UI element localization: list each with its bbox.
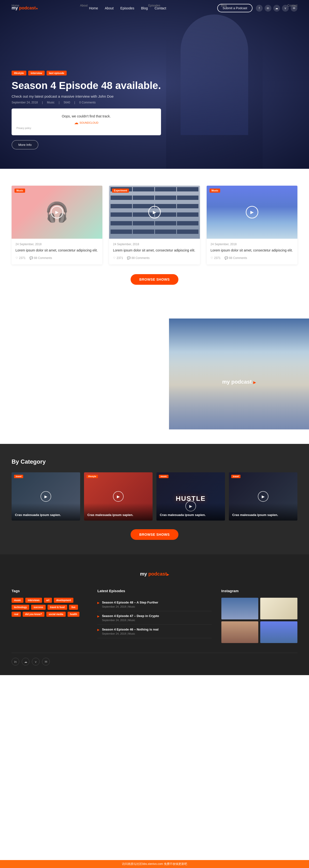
footer: my podcast▶ Tags music interviews art de… bbox=[0, 554, 309, 675]
tag-development[interactable]: development bbox=[54, 598, 74, 603]
hero-content: lifestyle interview last episode Season … bbox=[0, 71, 161, 150]
category-browse-button[interactable]: BROWSE SHOWS bbox=[131, 529, 178, 540]
play-button[interactable]: ▶ bbox=[148, 206, 161, 218]
episode-stats: ♡ 2371 💬 88 Comments bbox=[113, 256, 196, 260]
tag-success[interactable]: success bbox=[31, 605, 46, 610]
soundcloud-logo: ☁ SOUNDCLOUD bbox=[17, 120, 156, 125]
hero-plays: 5640 bbox=[64, 101, 70, 104]
episode-title: Lorem ipsum dolor sit amet, consectetur … bbox=[113, 248, 196, 253]
tag-health[interactable]: health bbox=[67, 612, 79, 617]
cat-play-button[interactable]: ▶ bbox=[40, 491, 51, 502]
tag-interviews[interactable]: interviews bbox=[25, 598, 42, 603]
tag-last-episode: last episode bbox=[47, 71, 67, 75]
footer-instagram-title: Instagram bbox=[221, 589, 298, 593]
tag-art[interactable]: art bbox=[44, 598, 52, 603]
episode-card: Experiment ▶ 24 September, 2018 Lorem ip… bbox=[109, 186, 200, 265]
ep-meta: September 24, 2018 | Music bbox=[102, 605, 158, 608]
soundcloud-embed: Oops, we couldn't find that track. ☁ SOU… bbox=[11, 108, 161, 135]
hero-separator-1: | bbox=[42, 101, 43, 104]
footer-link-about[interactable]: About bbox=[80, 4, 87, 7]
tag-travel-food[interactable]: travel & food bbox=[48, 605, 67, 610]
tag-live[interactable]: live bbox=[69, 605, 78, 610]
episode-info: 24 September, 2018 Lorem ipsum dolor sit… bbox=[109, 239, 200, 265]
footer-soundcloud-icon[interactable]: ☁ bbox=[22, 658, 29, 665]
episode-card: Music ▶ 24 September, 2018 Lorem ipsum d… bbox=[207, 186, 298, 265]
cat-overlay: Cras malesuada ipsum sapien. bbox=[157, 503, 225, 521]
promo-image: my podcast ▶ bbox=[169, 318, 309, 429]
category-card-lifestyle[interactable]: lifestyle ▶ Cras malesuada ipsum sapien. bbox=[84, 472, 152, 521]
footer-vimeo-icon[interactable]: v bbox=[32, 658, 39, 665]
footer-tag-cloud: music interviews art development technol… bbox=[11, 598, 88, 617]
episode-thumbnail[interactable]: 🎧 Music ▶ bbox=[11, 186, 102, 239]
comment-count: 💬 88 Comments bbox=[127, 256, 150, 260]
tag-did-you-know[interactable]: did you know? bbox=[23, 612, 45, 617]
ep-title: Season 4 Episode 48 – A Step Further bbox=[102, 600, 158, 604]
ep-info: Season 4 Episode 47 – Deep in Crypto Sep… bbox=[102, 614, 159, 622]
footer-social-icons: in ☁ v ✉ bbox=[11, 658, 50, 665]
cat-title: Cras malesuada ipsum sapien. bbox=[87, 513, 149, 517]
promo-overlay bbox=[169, 363, 309, 429]
cat-play-button[interactable]: ▶ bbox=[258, 491, 269, 502]
hero-music-label: Music bbox=[47, 101, 55, 104]
hero-title: Season 4 Episode 48 available. bbox=[11, 80, 161, 91]
footer-logo: my podcast▶ bbox=[140, 571, 169, 577]
play-button[interactable]: ▶ bbox=[246, 206, 258, 218]
cat-title: Cras malesuada ipsum sapien. bbox=[15, 513, 77, 517]
episode-tag-music: Music bbox=[15, 189, 25, 193]
tag-music[interactable]: music bbox=[11, 598, 23, 603]
list-item: ▶ Season 4 Episode 46 – Nothing is real … bbox=[97, 625, 212, 638]
footer-link-contact[interactable]: Contact bbox=[287, 4, 298, 7]
episode-thumbnail[interactable]: Experiment ▶ bbox=[109, 186, 200, 239]
episode-thumbnail[interactable]: Music ▶ bbox=[207, 186, 298, 239]
promo-section: my podcast ▶ bbox=[0, 304, 309, 444]
cat-title: Cras malesuada ipsum sapien. bbox=[160, 513, 222, 517]
hero-silhouette bbox=[180, 14, 248, 135]
list-item: ▶ Season 4 Episode 47 – Deep in Crypto S… bbox=[97, 611, 212, 625]
episode-title: Lorem ipsum dolor sit amet, consectetur … bbox=[16, 248, 99, 253]
cat-overlay: Cras malesuada ipsum sapien. bbox=[84, 503, 152, 521]
hero-tags: lifestyle interview last episode bbox=[11, 71, 161, 75]
instagram-thumb-3[interactable] bbox=[221, 621, 258, 643]
category-card-music[interactable]: music HUSTLE ▶ Cras malesuada ipsum sapi… bbox=[157, 472, 225, 521]
instagram-thumb-4[interactable] bbox=[260, 621, 298, 643]
footer-tags-title: Tags bbox=[11, 589, 88, 593]
cat-overlay: Cras malesuada ipsum sapien. bbox=[11, 503, 80, 521]
browse-shows-button[interactable]: BROWSE SHOWS bbox=[131, 274, 178, 285]
footer-bottom: Home About Episodes Blog Contact in ☁ v … bbox=[11, 653, 298, 665]
tag-social-media[interactable]: social media bbox=[46, 612, 66, 617]
footer-episodes-title: Latest Episodes bbox=[97, 589, 212, 593]
category-section: By Category travel ▶ Cras malesuada ipsu… bbox=[0, 444, 309, 554]
play-icon: ▶ bbox=[97, 601, 100, 604]
footer-link-episodes[interactable]: Episodes bbox=[148, 4, 160, 7]
cat-overlay: Cras malesuada ipsum sapien. bbox=[229, 503, 298, 521]
cat-tag-music: music bbox=[159, 475, 169, 478]
footer-link-blog[interactable]: Blog bbox=[221, 4, 227, 7]
instagram-thumb-2[interactable] bbox=[260, 598, 298, 619]
footer-link-home[interactable]: Home bbox=[11, 4, 19, 7]
ep-title: Season 4 Episode 47 – Deep in Crypto bbox=[102, 614, 159, 618]
soundcloud-privacy: Privacy policy bbox=[17, 127, 156, 129]
like-count: ♡ 2371 bbox=[113, 256, 123, 260]
instagram-grid bbox=[221, 598, 298, 643]
footer-instagram-icon[interactable]: in bbox=[11, 658, 19, 665]
like-count: ♡ 2371 bbox=[16, 256, 26, 260]
footer-email-icon[interactable]: ✉ bbox=[42, 658, 50, 665]
category-card-travel[interactable]: travel ▶ Cras malesuada ipsum sapien. bbox=[11, 472, 80, 521]
ep-meta: September 24, 2018 | Music bbox=[102, 619, 159, 622]
tag-real[interactable]: real bbox=[11, 612, 21, 617]
instagram-thumb-1[interactable] bbox=[221, 598, 258, 619]
hero-separator-2: | bbox=[59, 101, 59, 104]
episode-date: 24 September, 2018 bbox=[113, 243, 196, 246]
play-button[interactable]: ▶ bbox=[51, 206, 63, 218]
soundcloud-cloud-icon: ☁ bbox=[74, 120, 79, 125]
promo-play-icon: ▶ bbox=[253, 380, 256, 384]
tag-technology[interactable]: technology bbox=[11, 605, 29, 610]
hero-date: September 24, 2018 bbox=[11, 101, 38, 104]
category-browse-area: BROWSE SHOWS bbox=[11, 529, 298, 540]
ep-info: Season 4 Episode 46 – Nothing is real Se… bbox=[102, 628, 158, 635]
category-card-travel2[interactable]: travel ▶ Cras malesuada ipsum sapien. bbox=[229, 472, 298, 521]
episode-title: Lorem ipsum dolor sit amet, consectetur … bbox=[210, 248, 293, 253]
more-info-button[interactable]: More Info bbox=[11, 140, 38, 150]
play-icon: ▶ bbox=[97, 628, 100, 631]
cat-play-button[interactable]: ▶ bbox=[113, 491, 123, 502]
